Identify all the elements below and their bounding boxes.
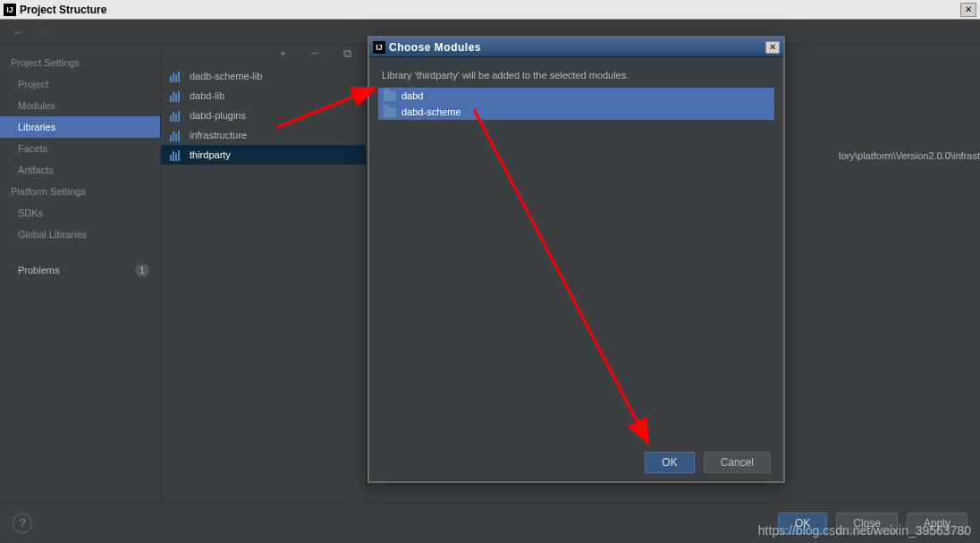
- folder-icon: [384, 107, 396, 117]
- sidebar-item-artifacts[interactable]: Artifacts: [0, 159, 160, 181]
- library-icon: [170, 89, 184, 102]
- library-item[interactable]: infrastructure: [161, 125, 366, 145]
- back-arrow-icon[interactable]: ←: [7, 25, 30, 39]
- watermark-text: https://blog.csdn.net/weixin_39563780: [758, 523, 971, 538]
- library-name: infrastructure: [190, 130, 247, 140]
- sidebar-item-sdks[interactable]: SDKs: [0, 202, 160, 224]
- folder-icon: [384, 91, 396, 101]
- library-item[interactable]: dabd-plugins: [161, 106, 366, 125]
- help-button[interactable]: ?: [13, 513, 32, 533]
- library-item[interactable]: dadb-scheme-lib: [161, 66, 366, 86]
- modal-title: Choose Modules: [389, 41, 765, 54]
- library-item[interactable]: thirdparty: [161, 145, 366, 165]
- sidebar-item-problems[interactable]: Problems 1: [0, 258, 160, 283]
- remove-library-icon[interactable]: −: [304, 47, 325, 61]
- sidebar-heading-project: Project Settings: [0, 52, 160, 73]
- add-library-icon[interactable]: +: [273, 47, 294, 61]
- sidebar: Project Settings Project Modules Librari…: [0, 45, 161, 502]
- modal-app-icon: IJ: [373, 41, 385, 54]
- sidebar-item-libraries[interactable]: Libraries: [0, 116, 160, 138]
- window-title: Project Structure: [20, 4, 960, 16]
- module-list: dabd dabd-scheme: [378, 88, 774, 120]
- window-close-button[interactable]: ✕: [960, 3, 976, 17]
- library-path-text: tory\platform\Version2.0.0\infrast: [839, 150, 980, 161]
- module-name: dabd: [401, 90, 423, 101]
- library-list: + − ⧉ dadb-scheme-lib dabd-lib dabd-plug…: [161, 45, 367, 502]
- modal-cancel-button[interactable]: Cancel: [704, 452, 771, 473]
- sidebar-item-project[interactable]: Project: [0, 73, 160, 95]
- library-icon: [170, 109, 184, 122]
- modal-footer: OK Cancel: [369, 446, 783, 482]
- choose-modules-dialog: IJ Choose Modules ✕ Library 'thirdparty'…: [368, 36, 785, 483]
- module-name: dabd-scheme: [401, 106, 461, 117]
- problems-label: Problems: [18, 265, 59, 276]
- modal-message: Library 'thirdparty' will be added to th…: [378, 66, 774, 88]
- library-name: dadb-scheme-lib: [190, 71, 262, 81]
- module-item[interactable]: dabd: [378, 88, 774, 104]
- modal-body: Library 'thirdparty' will be added to th…: [369, 57, 783, 446]
- forward-arrow-icon[interactable]: →: [30, 25, 54, 39]
- sidebar-item-modules[interactable]: Modules: [0, 95, 160, 116]
- sidebar-item-global-libraries[interactable]: Global Libraries: [0, 224, 160, 245]
- modal-ok-button[interactable]: OK: [645, 452, 694, 473]
- modal-titlebar: IJ Choose Modules ✕: [369, 38, 783, 57]
- problems-badge: 1: [135, 263, 149, 277]
- sidebar-item-facets[interactable]: Facets: [0, 138, 160, 159]
- library-icon: [170, 129, 184, 141]
- copy-library-icon[interactable]: ⧉: [336, 47, 359, 61]
- library-name: thirdparty: [190, 149, 231, 160]
- app-icon: IJ: [4, 4, 16, 16]
- library-item[interactable]: dabd-lib: [161, 86, 366, 106]
- library-name: dabd-plugins: [190, 110, 246, 121]
- library-icon: [170, 70, 184, 82]
- sidebar-heading-platform: Platform Settings: [0, 181, 160, 202]
- module-item[interactable]: dabd-scheme: [378, 104, 774, 120]
- window-titlebar: IJ Project Structure ✕: [0, 0, 980, 20]
- library-name: dabd-lib: [190, 90, 224, 101]
- modal-close-button[interactable]: ✕: [765, 41, 780, 54]
- library-icon: [170, 148, 184, 161]
